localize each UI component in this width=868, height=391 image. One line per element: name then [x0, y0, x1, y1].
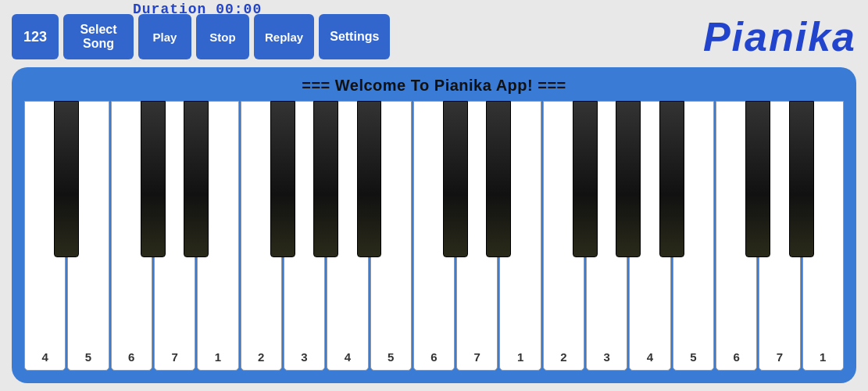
header: Duration 00:00 123 SelectSong Play Stop … — [12, 8, 856, 59]
black-key-2[interactable] — [184, 101, 209, 257]
piano-wrapper: 4567123456712345671 — [24, 101, 844, 371]
black-key-11[interactable] — [745, 101, 770, 257]
black-key-1[interactable] — [141, 101, 166, 257]
black-key-6[interactable] — [443, 101, 468, 257]
welcome-text: === Welcome To Pianika App! === — [24, 77, 844, 95]
black-key-5[interactable] — [357, 101, 382, 257]
controls-bar: 123 SelectSong Play Stop Replay Settings — [12, 14, 390, 59]
play-button[interactable]: Play — [138, 14, 191, 59]
app-title: Pianika — [703, 13, 856, 60]
piano-keyboard: 4567123456712345671 — [24, 101, 844, 371]
piano-container: === Welcome To Pianika App! === 45671234… — [12, 67, 856, 383]
black-key-12[interactable] — [789, 101, 814, 257]
black-key-10[interactable] — [659, 101, 684, 257]
black-key-3[interactable] — [270, 101, 295, 257]
stop-button[interactable]: Stop — [196, 14, 249, 59]
select-song-button[interactable]: SelectSong — [63, 14, 134, 59]
black-key-8[interactable] — [573, 101, 598, 257]
black-key-7[interactable] — [486, 101, 511, 257]
duration-display: Duration 00:00 — [133, 2, 262, 17]
replay-button[interactable]: Replay — [254, 14, 314, 59]
settings-button[interactable]: Settings — [319, 14, 390, 59]
black-key-0[interactable] — [54, 101, 79, 257]
black-key-9[interactable] — [616, 101, 641, 257]
num-button[interactable]: 123 — [12, 14, 59, 59]
black-key-4[interactable] — [313, 101, 338, 257]
